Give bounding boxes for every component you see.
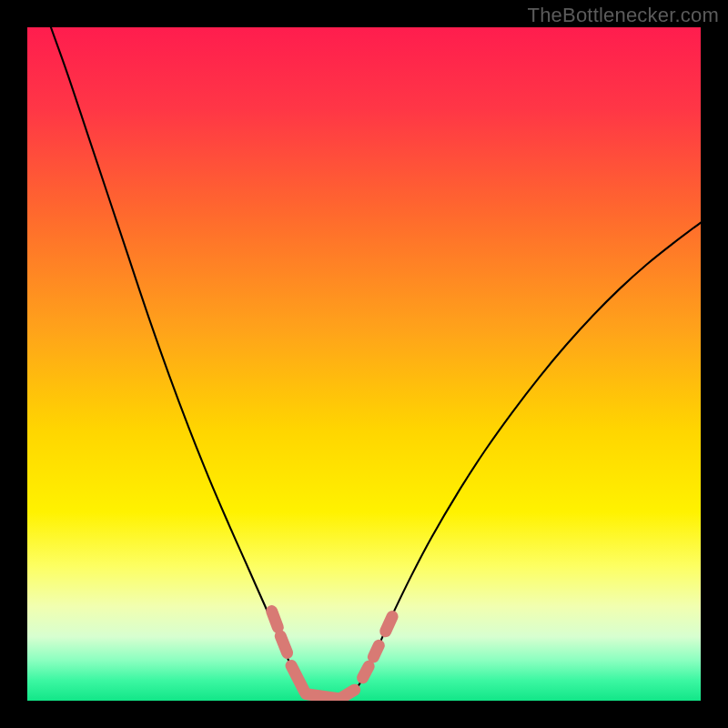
chart-marker-segment xyxy=(373,645,379,657)
chart-frame: TheBottlenecker.com xyxy=(0,0,728,728)
chart-marker-segment xyxy=(306,694,339,699)
chart-marker-segment xyxy=(280,636,287,653)
chart-marker-segment xyxy=(386,617,392,632)
chart-marker-segment xyxy=(341,690,355,698)
watermark-text: TheBottlenecker.com xyxy=(528,4,719,27)
chart-plot-area xyxy=(27,27,701,701)
chart-background xyxy=(27,27,701,701)
chart-marker-segment xyxy=(272,612,278,628)
chart-svg xyxy=(27,27,701,701)
chart-marker-segment xyxy=(363,666,369,678)
